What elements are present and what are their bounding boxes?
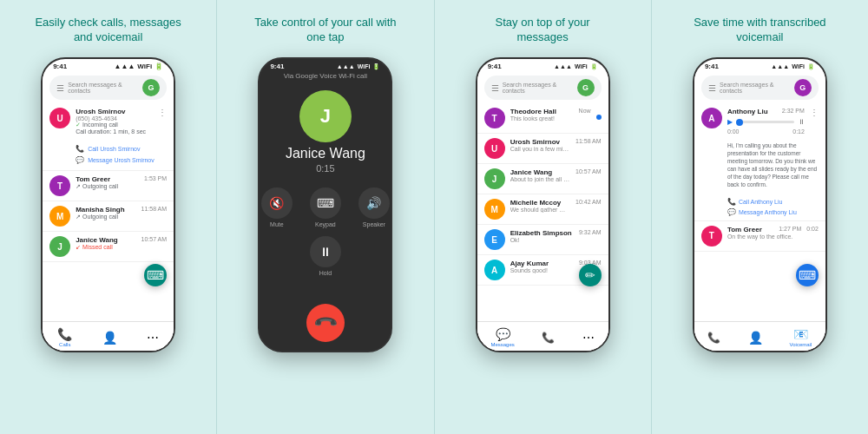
phone-3: 9:41 ▲▲▲ WiFi 🔋 ☰ Search messages & cont…	[476, 57, 610, 352]
nav-phone-4[interactable]: 📞	[707, 332, 720, 344]
vm-info-anthony: Anthony Liu 2:32 PM ▶ ⏸	[727, 108, 805, 135]
msg-avatar-urosh: U	[484, 138, 505, 159]
msg-item-janice[interactable]: J Janice Wang About to join the all hand…	[477, 164, 608, 194]
msg-item-theodore[interactable]: T Theodore Hall This looks great! Now	[477, 103, 608, 134]
messages-nav-icon: 💬	[496, 327, 510, 341]
call-item-urosh[interactable]: U Urosh Smirnov (650) 435-4634 ✓ Incomin…	[43, 103, 174, 171]
vm-item-tom[interactable]: T Tom Greer 1:27 PM On the way to the of…	[694, 221, 825, 252]
phone-icon-action: 📞	[76, 145, 84, 153]
hamburger-icon-4[interactable]: ☰	[708, 83, 716, 93]
status-time-1: 9:41	[53, 62, 67, 70]
status-time-4: 9:41	[705, 62, 719, 70]
avatar-manisha: M	[49, 206, 70, 227]
avatar-janice: J	[49, 236, 70, 257]
status-bar-4: 9:41 ▲▲▲ WiFi 🔋	[694, 59, 825, 72]
progress-bar-anthony[interactable]	[736, 121, 794, 123]
hold-button[interactable]: ⏸ Hold	[310, 236, 341, 276]
messages-nav-label: Messages	[490, 342, 514, 347]
phone-nav-icon-3: 📞	[542, 332, 555, 344]
nav-contacts-4[interactable]: 👤	[748, 331, 763, 345]
msg-item-urosh[interactable]: U Urosh Smirnov Call you in a few minute…	[477, 134, 608, 164]
mute-icon: 🔇	[261, 187, 293, 219]
call-screen: Via Google Voice Wi-Fi call J Janice Wan…	[260, 72, 391, 351]
keypad-label: Keypad	[315, 221, 336, 227]
caller-name: Janice Wang	[286, 146, 365, 161]
wifi-icon-1: WiFi	[137, 62, 152, 70]
msg-item-elizabeth[interactable]: E Elizabeth Simpson Ok! 9:32 AM	[477, 225, 608, 255]
wifi-icon-3: WiFi	[575, 63, 588, 69]
call-timer: 0:15	[316, 163, 334, 174]
status-time-3: 9:41	[488, 62, 502, 70]
search-bar-4[interactable]: ☰ Search messages & contacts G	[701, 76, 819, 100]
call-action-call[interactable]: 📞 Call Urosh Smirnov	[76, 145, 155, 153]
nav-calls[interactable]: 📞 Calls	[57, 327, 72, 347]
dots-icon-urosh[interactable]: ⋮	[158, 108, 167, 117]
mute-button[interactable]: 🔇 Mute	[261, 187, 293, 227]
panel1-title: Easily check calls, messages and voicema…	[35, 16, 181, 47]
nav-contacts[interactable]: 👤	[102, 331, 117, 345]
msg-info-theodore: Theodore Hall This looks great!	[510, 108, 574, 122]
msg-avatar-michelle: M	[484, 199, 505, 220]
msg-info-ajay: Ajay Kumar Sounds good!	[510, 260, 574, 273]
fab-calls[interactable]: ⌨	[144, 264, 167, 286]
nav-phone-3[interactable]: 📞	[542, 332, 555, 344]
phone-nav-icon-4: 📞	[707, 332, 720, 344]
msg-info-janice-m: Janice Wang About to join the all hands.	[510, 168, 570, 182]
msg-item-michelle[interactable]: M Michelle Mccoy We should gather more i…	[477, 194, 608, 225]
panel4-title: Save time with transcribed voicemail	[694, 16, 825, 47]
battery-icon-3: 🔋	[590, 63, 598, 70]
dots-icon-anthony[interactable]: ⋮	[810, 108, 819, 117]
search-placeholder-4: Search messages & contacts	[720, 82, 791, 94]
msg-info-michelle: Michelle Mccoy We should gather more inf…	[510, 199, 570, 213]
fab-voicemail[interactable]: ⌨	[796, 264, 819, 286]
avatar-tom: T	[49, 175, 70, 196]
hamburger-icon-1[interactable]: ☰	[56, 83, 64, 93]
end-call-button[interactable]: 📞	[306, 304, 345, 342]
signal-icon-4: ▲▲▲	[771, 63, 789, 69]
keypad-button[interactable]: ⌨ Keypad	[310, 187, 341, 227]
fab-messages[interactable]: ✏	[579, 264, 602, 286]
battery-icon-1: 🔋	[155, 62, 163, 70]
signal-icon-2: ▲▲▲	[337, 63, 355, 69]
more-nav-icon: ⋯	[147, 331, 159, 345]
vm-actions-anthony: 📞 Call Anthony Liu 💬 Message Anthony Liu	[727, 198, 797, 216]
call-item-manisha[interactable]: M Manisha Singh ↗ Outgoing call 11:58 AM	[43, 201, 174, 232]
unread-indicator	[596, 115, 602, 120]
vm-info-tom: Tom Greer 1:27 PM On the way to the offi…	[727, 226, 801, 240]
call-info-janice: Janice Wang ↙ Missed call	[76, 236, 135, 251]
search-bar-1[interactable]: ☰ Search messages & contacts G	[49, 76, 167, 100]
message-icon-action: 💬	[76, 156, 84, 164]
phone-4: 9:41 ▲▲▲ WiFi 🔋 ☰ Search messages & cont…	[693, 57, 827, 352]
call-action-message[interactable]: 💬 Message Urosh Smirnov	[76, 156, 155, 164]
call-actions-urosh: 📞 Call Urosh Smirnov 💬 Message Urosh Smi…	[76, 143, 155, 166]
call-via: Via Google Voice Wi-Fi call	[284, 72, 367, 80]
nav-more[interactable]: ⋯	[147, 331, 159, 345]
voicemail-nav-icon: 📧	[793, 327, 808, 341]
call-info-manisha: Manisha Singh ↗ Outgoing call	[76, 206, 135, 220]
phone-icon-vm: 📞	[727, 198, 736, 206]
battery-icon-2: 🔋	[372, 63, 380, 70]
speaker-button[interactable]: 🔊 Speaker	[358, 187, 390, 227]
vm-action-message-anthony[interactable]: 💬 Message Anthony Liu	[727, 208, 797, 216]
search-bar-3[interactable]: ☰ Search messages & contacts G	[484, 76, 602, 100]
calls-screen: ☰ Search messages & contacts G U Urosh S…	[43, 72, 174, 351]
vm-action-call-anthony[interactable]: 📞 Call Anthony Liu	[727, 198, 797, 206]
msg-avatar-theodore: T	[484, 108, 505, 128]
user-avatar-1: G	[142, 79, 160, 96]
vm-transcript-anthony: Hi, I'm calling you about the presentati…	[727, 141, 819, 189]
msg-avatar-janice-m: J	[484, 168, 505, 189]
call-item-janice[interactable]: J Janice Wang ↙ Missed call 10:57 AM	[43, 232, 174, 262]
hamburger-icon-3[interactable]: ☰	[491, 83, 499, 93]
messages-screen: ☰ Search messages & contacts G T Theodor…	[477, 72, 608, 351]
nav-more-3[interactable]: ⋯	[582, 331, 595, 345]
panel-active-call: Take control of your call with one tap 9…	[217, 0, 434, 434]
nav-messages[interactable]: 💬 Messages	[490, 327, 514, 347]
call-item-tom[interactable]: T Tom Greer ↗ Outgoing call 1:53 PM	[43, 171, 174, 201]
avatar-urosh: U	[49, 108, 70, 128]
nav-voicemail[interactable]: 📧 Voicemail	[790, 327, 812, 347]
vm-item-anthony[interactable]: A Anthony Liu 2:32 PM ▶	[694, 103, 825, 221]
msg-avatar-ajay: A	[484, 260, 505, 280]
status-bar-2: 9:41 ▲▲▲ WiFi 🔋	[260, 59, 391, 72]
panel3-title: Stay on top of your messages	[496, 16, 590, 47]
user-avatar-4: G	[794, 79, 812, 96]
